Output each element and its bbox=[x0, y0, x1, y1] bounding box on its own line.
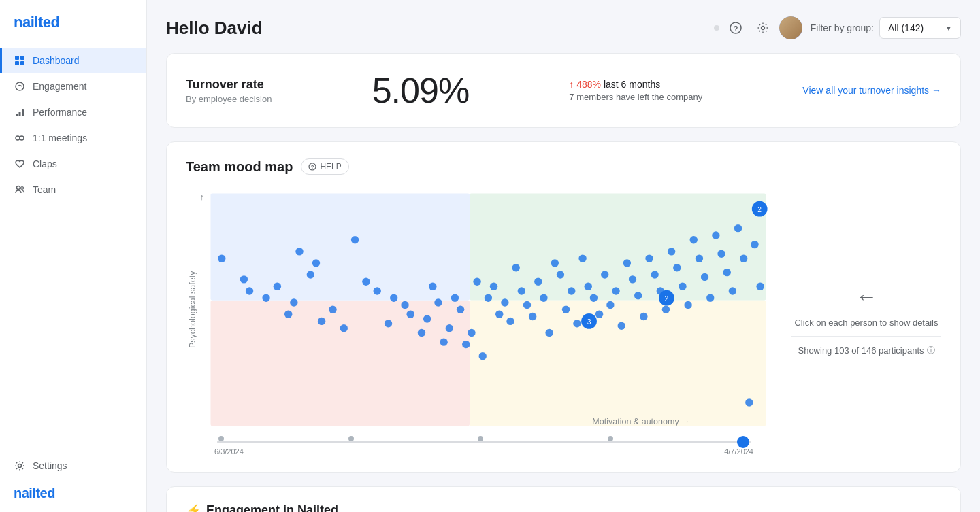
filter-select[interactable]: All (142) ▼ bbox=[879, 17, 961, 39]
svg-point-64 bbox=[529, 313, 536, 320]
turnover-link[interactable]: View all your turnover insights → bbox=[802, 85, 941, 96]
sidebar-bottom: Settings nailted bbox=[0, 443, 146, 512]
turnover-change: ↑ 488% last 6 months bbox=[569, 79, 702, 90]
turnover-subtitle: By employee decision bbox=[186, 94, 272, 104]
slider-date-end: 4/7/2024 bbox=[724, 447, 753, 456]
svg-point-81 bbox=[623, 259, 631, 267]
svg-point-57 bbox=[490, 282, 497, 290]
participants-label: Showing 103 of 146 participants bbox=[798, 345, 924, 356]
svg-point-69 bbox=[557, 271, 564, 278]
svg-point-89 bbox=[668, 248, 675, 255]
svg-text:?: ? bbox=[311, 164, 314, 170]
svg-point-44 bbox=[418, 329, 425, 337]
sidebar-item-label: Claps bbox=[33, 158, 57, 169]
svg-point-75 bbox=[590, 294, 598, 302]
slider-date-start: 6/3/2024 bbox=[214, 447, 244, 456]
svg-point-68 bbox=[551, 259, 559, 267]
svg-text:2: 2 bbox=[757, 206, 762, 214]
svg-point-46 bbox=[429, 282, 436, 290]
slider-section: 6/3/2024 4/7/2024 bbox=[186, 437, 775, 456]
svg-point-58 bbox=[495, 310, 503, 318]
svg-text:↑: ↑ bbox=[200, 192, 204, 202]
svg-point-66 bbox=[540, 294, 547, 302]
chevron-down-icon: ▼ bbox=[945, 24, 952, 32]
slider-dot bbox=[348, 436, 354, 441]
svg-point-67 bbox=[545, 329, 553, 337]
svg-point-41 bbox=[390, 294, 397, 302]
team-icon bbox=[14, 184, 26, 196]
svg-point-99 bbox=[723, 269, 731, 276]
page-header: Hello David ? bbox=[166, 16, 961, 39]
sidebar-item-meetings[interactable]: 1:1 meetings bbox=[0, 125, 146, 151]
svg-point-77 bbox=[601, 271, 608, 278]
sidebar-item-dashboard[interactable]: Dashboard bbox=[0, 48, 146, 73]
sidebar-item-label: Team bbox=[33, 184, 56, 195]
svg-point-76 bbox=[595, 310, 603, 318]
svg-point-78 bbox=[606, 301, 614, 309]
sidebar-item-settings[interactable]: Settings bbox=[14, 454, 133, 477]
scatter-container: Psychological safety ↑ bbox=[186, 186, 775, 437]
svg-point-54 bbox=[473, 278, 480, 286]
sidebar-item-performance[interactable]: Performance bbox=[0, 99, 146, 125]
svg-point-72 bbox=[573, 320, 581, 327]
slider-thumb-dot[interactable] bbox=[737, 436, 749, 448]
svg-point-50 bbox=[451, 294, 459, 302]
svg-rect-6 bbox=[19, 112, 21, 116]
sidebar-item-label: 1:1 meetings bbox=[33, 133, 87, 143]
svg-point-34 bbox=[318, 318, 325, 325]
svg-point-63 bbox=[523, 301, 531, 309]
turnover-rate: 5.09% bbox=[372, 70, 469, 111]
help-badge[interactable]: ? HELP bbox=[301, 158, 348, 175]
svg-point-93 bbox=[690, 236, 698, 243]
svg-point-73 bbox=[578, 254, 586, 262]
svg-point-24 bbox=[218, 254, 225, 262]
svg-point-38 bbox=[362, 278, 370, 286]
slider-dots bbox=[217, 436, 751, 448]
svg-rect-5 bbox=[16, 114, 18, 116]
svg-point-88 bbox=[662, 306, 670, 313]
svg-point-71 bbox=[568, 287, 575, 294]
settings-button[interactable] bbox=[752, 17, 774, 39]
svg-rect-7 bbox=[22, 109, 24, 116]
svg-point-101 bbox=[734, 224, 742, 232]
participants-text: Showing 103 of 146 participants ⓘ bbox=[798, 345, 934, 356]
svg-point-92 bbox=[684, 301, 691, 309]
help-button[interactable]: ? bbox=[725, 17, 747, 39]
turnover-stats: ↑ 488% last 6 months 7 members have left… bbox=[569, 79, 702, 102]
slider-dot bbox=[608, 436, 613, 441]
svg-text:Motivation & autonomy →: Motivation & autonomy → bbox=[592, 417, 689, 426]
svg-point-32 bbox=[307, 271, 314, 278]
svg-point-33 bbox=[312, 259, 320, 267]
svg-point-30 bbox=[290, 298, 297, 306]
engagement-title: Engagement in Nailted bbox=[206, 503, 338, 512]
svg-point-31 bbox=[295, 248, 303, 255]
dashboard-icon bbox=[14, 54, 26, 67]
svg-point-95 bbox=[701, 273, 708, 281]
turnover-members: 7 members have left the company bbox=[569, 92, 702, 102]
svg-point-80 bbox=[618, 322, 625, 330]
chart-sidebar-text: Click on each person to show details bbox=[794, 318, 938, 328]
sidebar-item-engagement[interactable]: Engagement bbox=[0, 73, 146, 99]
date-slider[interactable] bbox=[214, 441, 753, 443]
filter-group: Filter by group: All (142) ▼ bbox=[811, 17, 961, 39]
svg-point-103 bbox=[745, 398, 753, 406]
svg-point-96 bbox=[706, 294, 714, 302]
svg-point-45 bbox=[423, 315, 431, 322]
sidebar-item-claps[interactable]: Claps bbox=[0, 151, 146, 177]
slider-track bbox=[217, 441, 751, 443]
chart-sidebar: ← Click on each person to show details S… bbox=[791, 186, 941, 456]
svg-point-84 bbox=[640, 313, 647, 320]
svg-rect-0 bbox=[15, 56, 19, 60]
meetings-icon bbox=[14, 132, 26, 144]
svg-point-56 bbox=[485, 294, 492, 302]
svg-point-35 bbox=[329, 306, 336, 313]
sidebar-item-team[interactable]: Team bbox=[0, 177, 146, 203]
svg-point-90 bbox=[673, 264, 681, 271]
avatar[interactable] bbox=[779, 16, 802, 39]
top-icons: ? bbox=[714, 16, 802, 39]
svg-point-70 bbox=[562, 306, 570, 313]
turnover-pct: ↑ 488% bbox=[569, 79, 601, 90]
svg-point-48 bbox=[440, 338, 447, 345]
svg-point-74 bbox=[585, 282, 592, 290]
svg-point-65 bbox=[534, 278, 542, 286]
